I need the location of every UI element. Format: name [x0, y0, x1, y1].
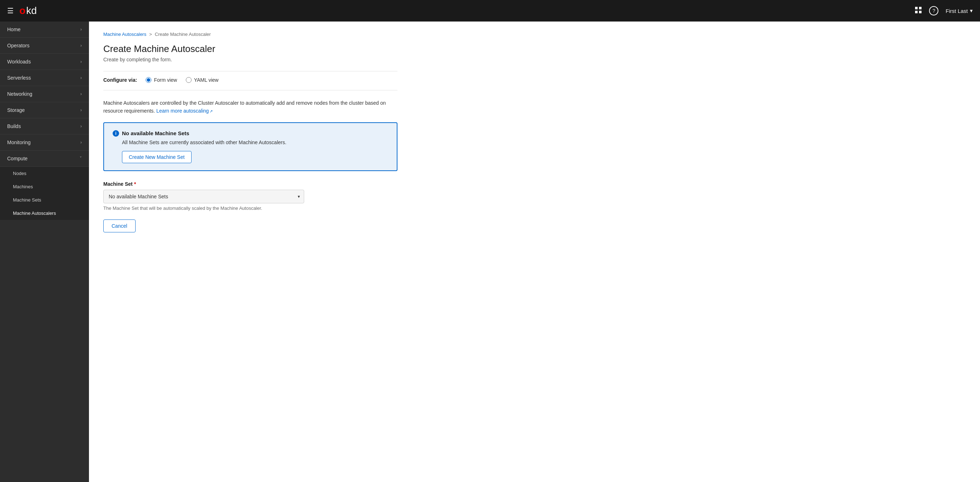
sidebar-item-networking[interactable]: Networking ›	[0, 86, 89, 102]
sidebar-item-label: Serverless	[7, 75, 31, 81]
sidebar-subitem-label: Nodes	[13, 171, 27, 176]
breadcrumb: Machine Autoscalers > Create Machine Aut…	[103, 32, 398, 37]
chevron-right-icon: ›	[80, 43, 82, 48]
sidebar-subitem-machine-sets[interactable]: Machine Sets	[0, 193, 89, 207]
sidebar-item-monitoring[interactable]: Monitoring ›	[0, 135, 89, 151]
chevron-right-icon: ›	[80, 59, 82, 64]
sidebar-item-builds[interactable]: Builds ›	[0, 118, 89, 135]
page-subtitle: Create by completing the form.	[103, 57, 398, 62]
okd-logo[interactable]: okd	[19, 5, 37, 16]
svg-rect-0	[915, 7, 918, 10]
sidebar-item-operators[interactable]: Operators ›	[0, 38, 89, 54]
sidebar: Home › Operators › Workloads › Serverles…	[0, 22, 89, 482]
help-icon[interactable]: ?	[929, 6, 939, 16]
alert-header: i No available Machine Sets	[113, 130, 388, 137]
logo-o: o	[19, 5, 25, 16]
machine-set-label: Machine Set *	[103, 181, 398, 187]
divider	[103, 71, 398, 72]
action-buttons: Cancel	[103, 220, 398, 232]
alert-box: i No available Machine Sets All Machine …	[103, 122, 398, 171]
sidebar-subitem-nodes[interactable]: Nodes	[0, 167, 89, 180]
yaml-view-label: YAML view	[194, 77, 218, 83]
page-title: Create Machine Autoscaler	[103, 43, 398, 54]
chevron-right-icon: ›	[80, 108, 82, 113]
cancel-button[interactable]: Cancel	[103, 220, 135, 232]
sidebar-subitem-label: Machine Autoscalers	[13, 210, 56, 216]
sidebar-item-label: Networking	[7, 91, 32, 97]
chevron-right-icon: ›	[80, 27, 82, 32]
sidebar-item-label: Storage	[7, 107, 25, 113]
sidebar-item-label: Operators	[7, 43, 29, 48]
top-navigation: ☰ okd ? First Last ▾	[0, 0, 980, 22]
sidebar-item-storage[interactable]: Storage ›	[0, 102, 89, 118]
yaml-view-option[interactable]: YAML view	[186, 77, 218, 83]
yaml-view-radio[interactable]	[186, 77, 192, 83]
main-content: Machine Autoscalers > Create Machine Aut…	[89, 22, 980, 482]
form-view-label: Form view	[154, 77, 177, 83]
form-view-radio[interactable]	[146, 77, 151, 83]
form-view-option[interactable]: Form view	[146, 77, 177, 83]
sidebar-item-label: Home	[7, 27, 21, 32]
alert-title: No available Machine Sets	[122, 130, 189, 136]
svg-rect-2	[915, 11, 918, 13]
sidebar-item-serverless[interactable]: Serverless ›	[0, 70, 89, 86]
sidebar-item-compute[interactable]: Compute ˅	[0, 151, 89, 167]
grid-icon[interactable]	[915, 6, 922, 16]
chevron-down-icon: ˅	[80, 156, 82, 161]
breadcrumb-parent-link[interactable]: Machine Autoscalers	[103, 32, 146, 37]
sidebar-subitem-label: Machine Sets	[13, 197, 41, 203]
create-new-machine-set-button[interactable]: Create New Machine Set	[122, 151, 192, 163]
alert-body: All Machine Sets are currently associate…	[113, 140, 388, 145]
machine-set-select-wrapper: No available Machine Sets ▾	[103, 190, 304, 204]
sidebar-item-label: Monitoring	[7, 140, 30, 145]
sidebar-item-label: Builds	[7, 123, 21, 129]
svg-rect-3	[919, 11, 921, 13]
learn-more-link[interactable]: Learn more autoscaling↗	[156, 108, 213, 114]
chevron-right-icon: ›	[80, 140, 82, 145]
sidebar-subitem-machines[interactable]: Machines	[0, 180, 89, 193]
sidebar-subitem-machine-autoscalers[interactable]: Machine Autoscalers	[0, 207, 89, 220]
external-link-icon: ↗	[210, 109, 213, 113]
sidebar-item-label: Compute	[7, 156, 28, 161]
sidebar-item-home[interactable]: Home ›	[0, 22, 89, 38]
sidebar-subitem-label: Machines	[13, 184, 33, 189]
svg-rect-1	[919, 7, 921, 10]
sidebar-item-label: Workloads	[7, 59, 31, 65]
sidebar-item-workloads[interactable]: Workloads ›	[0, 54, 89, 70]
info-icon: i	[113, 130, 119, 137]
chevron-right-icon: ›	[80, 75, 82, 80]
chevron-right-icon: ›	[80, 91, 82, 97]
chevron-right-icon: ›	[80, 124, 82, 129]
configure-via-row: Configure via: Form view YAML view	[103, 77, 398, 91]
user-dropdown-icon: ▾	[970, 8, 973, 14]
logo-kd: kd	[26, 5, 37, 16]
machine-set-select[interactable]: No available Machine Sets	[103, 190, 304, 204]
breadcrumb-separator: >	[149, 32, 152, 37]
hamburger-menu-icon[interactable]: ☰	[7, 6, 14, 15]
required-indicator: *	[134, 181, 136, 187]
machine-set-hint: The Machine Set that will be automatical…	[103, 205, 398, 211]
user-menu[interactable]: First Last ▾	[945, 8, 973, 14]
machine-set-field: Machine Set * No available Machine Sets …	[103, 181, 398, 211]
user-name: First Last	[945, 8, 968, 14]
breadcrumb-current: Create Machine Autoscaler	[155, 32, 211, 37]
configure-via-label: Configure via:	[103, 77, 137, 83]
description-text: Machine Autoscalers are controlled by th…	[103, 99, 398, 115]
